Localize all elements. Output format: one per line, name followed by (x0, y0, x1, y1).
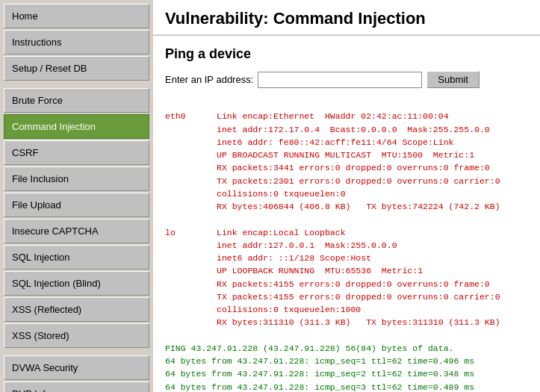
page-header: Vulnerability: Command Injection (153, 0, 540, 36)
sidebar-item-setup-reset-db[interactable]: Setup / Reset DB (4, 56, 149, 81)
ip-input[interactable] (258, 72, 422, 88)
sidebar-item-php-info[interactable]: PHP Info (4, 382, 149, 392)
ping-output: PING 43.247.91.228 (43.247.91.228) 56(84… (165, 343, 474, 392)
sidebar-item-csrf[interactable]: CSRF (4, 140, 149, 165)
sidebar-item-insecure-captcha[interactable]: Insecure CAPTCHA (4, 219, 149, 243)
eth0-output: eth0 Link encap:Ethernet HWaddr 02:42:ac… (165, 111, 500, 211)
main-panel: Vulnerability: Command Injection Ping a … (153, 0, 540, 392)
sidebar-item-file-upload[interactable]: File Upload (4, 193, 149, 217)
ip-label: Enter an IP address: (165, 74, 253, 85)
section-title: Ping a device (165, 46, 528, 62)
sidebar-item-dvwa-security[interactable]: DVWA Security (4, 355, 149, 380)
output-area: eth0 Link encap:Ethernet HWaddr 02:42:ac… (165, 97, 528, 392)
sidebar-item-xss-reflected[interactable]: XSS (Reflected) (4, 297, 149, 322)
sidebar-item-xss-stored[interactable]: XSS (Stored) (4, 323, 149, 348)
sidebar-item-sql-injection[interactable]: SQL Injection (4, 245, 149, 270)
page-title: Vulnerability: Command Injection (165, 9, 528, 28)
sidebar-divider-1 (4, 82, 149, 87)
ping-form: Enter an IP address: Submit (165, 71, 528, 88)
sidebar: Home Instructions Setup / Reset DB Brute… (0, 0, 153, 392)
sidebar-divider-2 (4, 349, 149, 354)
sidebar-item-home[interactable]: Home (4, 4, 149, 28)
sidebar-item-file-inclusion[interactable]: File Inclusion (4, 167, 149, 191)
submit-button[interactable]: Submit (426, 71, 479, 88)
sidebar-item-brute-force[interactable]: Brute Force (4, 88, 149, 113)
sidebar-item-command-injection[interactable]: Command Injection (4, 114, 149, 139)
lo-output: lo Link encap:Local Loopback inet addr:1… (165, 228, 500, 328)
sidebar-item-instructions[interactable]: Instructions (4, 30, 149, 55)
main-content: Ping a device Enter an IP address: Submi… (153, 36, 540, 392)
sidebar-item-sql-injection-blind[interactable]: SQL Injection (Blind) (4, 271, 149, 296)
